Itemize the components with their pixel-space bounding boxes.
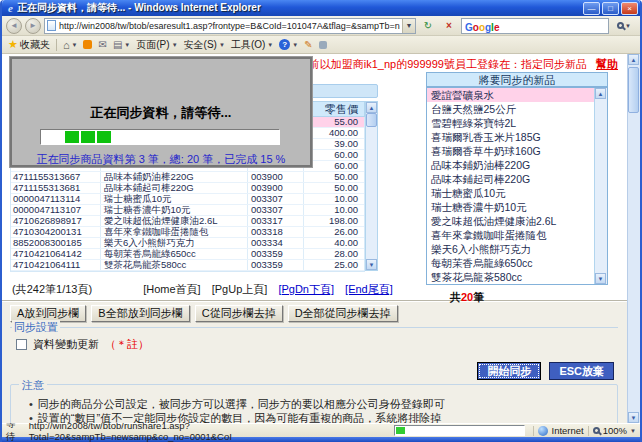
- sync-list-item[interactable]: 愛誼營礦泉水: [427, 88, 594, 102]
- scroll-down-icon[interactable]: ▼: [628, 412, 639, 423]
- sync-list-item[interactable]: 瑞士糖蜜瓜10元: [427, 186, 594, 200]
- sync-list-item[interactable]: 瑞士糖香濃牛奶10元: [427, 200, 594, 214]
- cell-price: 50.00: [304, 183, 362, 193]
- dialog-title: 正在同步資料，請等待...: [12, 104, 310, 122]
- security-menu[interactable]: 安全(S) ▼: [184, 38, 225, 52]
- table-row[interactable]: 8852008300185樂天6入小熊餅巧克力00333440.00: [11, 238, 364, 249]
- sync-list-item[interactable]: 雙茶花烏龍茶580cc: [427, 270, 594, 284]
- print-icon: ▤: [113, 39, 122, 50]
- notes-legend: 注意: [19, 378, 47, 393]
- refresh-button[interactable]: ↻: [419, 18, 437, 34]
- nav-pgup[interactable]: [PgUp上頁]: [212, 283, 268, 295]
- table-row[interactable]: 4710626898917愛之味超低油煙健康油2.6L003317198.00: [11, 216, 364, 227]
- print-button[interactable]: ▤ ▼: [113, 39, 130, 50]
- remove-all-from-sync-button[interactable]: D全部從同步欄去掉: [288, 305, 398, 322]
- cell-text: 003900: [248, 172, 304, 182]
- scroll-down-icon[interactable]: ▼: [366, 259, 377, 270]
- mail-button[interactable]: ✉: [98, 39, 106, 50]
- cell-text: 樂天6入小熊餅巧克力: [101, 238, 248, 248]
- scroll-up-icon[interactable]: ▲: [628, 54, 639, 65]
- table-row[interactable]: 4710421064111雙茶花烏龍茶580cc00335925.00: [11, 260, 364, 271]
- extension-button[interactable]: [319, 41, 327, 49]
- url-text: http://win2008/tw/btob/esaresult1.asp?fr…: [59, 21, 402, 31]
- maximize-button[interactable]: □: [602, 2, 619, 15]
- page-scrollbar[interactable]: ▲ ▼: [627, 54, 640, 423]
- sync-list-item[interactable]: 愛之味超低油煙健康油2.6L: [427, 214, 594, 228]
- data-update-checkbox[interactable]: [16, 339, 27, 350]
- help-link[interactable]: 幫助: [596, 58, 618, 70]
- edit-button[interactable]: ✎: [304, 39, 312, 50]
- page-content: 您目前以加盟商ik1_np的999999號員工登錄在：指定同步新品 幫助 零售價…: [2, 54, 640, 423]
- address-dropdown-icon[interactable]: ▼: [402, 19, 415, 33]
- forward-button[interactable]: ►: [25, 18, 41, 34]
- table-row[interactable]: 0000047113114瑞士糖蜜瓜10元00330710.00: [11, 194, 364, 205]
- chevron-down-icon: ▼: [267, 42, 273, 48]
- start-sync-button[interactable]: 開始同步: [477, 362, 541, 380]
- cell-price: 400.00: [304, 128, 362, 138]
- table-row[interactable]: 0000047113107瑞士糖香濃牛奶10元00330710.00: [11, 205, 364, 216]
- favorites-button[interactable]: ★ 收藏夹: [8, 38, 50, 52]
- sync-list-item[interactable]: 樂天6入小熊餅巧克力: [427, 242, 594, 256]
- nav-pgdn[interactable]: [PgDn下頁]: [278, 283, 334, 295]
- search-button[interactable]: ▼: [612, 18, 636, 34]
- cell-text: 愛之味超低油煙健康油2.6L: [101, 216, 248, 226]
- esc-cancel-button[interactable]: ESC放棄: [549, 362, 614, 380]
- table-row[interactable]: 4711155313667品味本鋪奶油棒220G00390050.00: [11, 172, 364, 183]
- cell-price: 55.00: [304, 117, 362, 127]
- page-menu[interactable]: 页面(P) ▼: [136, 38, 177, 52]
- tools-menu[interactable]: 工具(O) ▼: [231, 38, 273, 52]
- table-scrollbar[interactable]: ▲ ▼: [365, 101, 378, 271]
- sync-list-item[interactable]: 台鹽天然鹽25公斤: [427, 102, 594, 116]
- minimize-button[interactable]: —: [583, 2, 600, 15]
- close-button[interactable]: ×: [621, 2, 638, 15]
- sync-list-item[interactable]: 品味本鋪起司棒220G: [427, 172, 594, 186]
- command-bar: ★ 收藏夹 ⌂ ▼ ✉ ▤ ▼ 页面(P) ▼ 安全(S) ▼ 工具(O) ▼ …: [2, 36, 640, 54]
- page-summary: (共242筆1/13頁): [12, 283, 92, 295]
- price-column-header: 零售價: [304, 102, 362, 116]
- remove-from-sync-button[interactable]: C從同步欄去掉: [195, 305, 283, 322]
- sync-list-item[interactable]: 喜瑞爾香草牛奶球160G: [427, 144, 594, 158]
- add-all-to-sync-button[interactable]: B全部放到同步欄: [91, 305, 189, 322]
- google-logo: Google: [465, 17, 499, 35]
- home-button[interactable]: ⌂ ▼: [63, 39, 78, 51]
- search-dropdown-icon[interactable]: ▼: [625, 23, 631, 29]
- sync-list-item[interactable]: 每朝茉香烏龍綠650cc: [427, 256, 594, 270]
- pencil-icon: ✎: [304, 39, 312, 50]
- scroll-down-icon[interactable]: ▼: [595, 273, 606, 284]
- zoom-control[interactable]: 100% ▼: [593, 425, 636, 436]
- stop-button[interactable]: ×: [440, 18, 458, 34]
- nav-end[interactable]: [End尾頁]: [345, 283, 393, 295]
- sync-list-item[interactable]: 雪碧輕綠茶寶特2L: [427, 116, 594, 130]
- mail-icon: ✉: [98, 39, 106, 50]
- toolbar-separator: [56, 39, 57, 51]
- cell-text: 瑞士糖香濃牛奶10元: [101, 205, 248, 215]
- scroll-up-icon[interactable]: ▲: [595, 88, 606, 99]
- search-box[interactable]: Google: [461, 18, 609, 34]
- sync-progress-dialog: 正在同步資料，請等待... 正在同步商品資料第 3 筆，總: 20 筆，已完成 …: [10, 57, 312, 167]
- sync-list-item[interactable]: 喜年來拿鐵咖啡蛋捲隨包: [427, 228, 594, 242]
- cell-price: 50.00: [304, 172, 362, 182]
- page-scrollbar-thumb[interactable]: [628, 67, 639, 113]
- help-icon: ?: [279, 39, 290, 50]
- scroll-up-icon[interactable]: ▲: [366, 102, 377, 113]
- scrollbar-thumb[interactable]: [366, 113, 377, 127]
- table-row[interactable]: 4710421064142每朝茉香烏龍綠650cc00335928.00: [11, 249, 364, 260]
- sync-list-item[interactable]: 品味本鋪奶油棒220G: [427, 158, 594, 172]
- feeds-button[interactable]: [83, 40, 92, 49]
- address-field[interactable]: http://win2008/tw/btob/esaresult1.asp?fr…: [44, 18, 416, 34]
- cell-text: 0000047113107: [11, 205, 101, 215]
- sync-list-scrollbar[interactable]: ▲ ▼: [594, 88, 607, 284]
- table-row[interactable]: 4711155313681品味本鋪起司棒220G00390050.00: [11, 183, 364, 194]
- help-menu[interactable]: ? ▼: [279, 39, 298, 50]
- logo-letter: e: [494, 22, 500, 33]
- star-icon: ★: [8, 38, 18, 51]
- table-row[interactable]: 4710304200131喜年來拿鐵咖啡蛋捲隨包00331826.00: [11, 227, 364, 238]
- status-separator: [533, 426, 534, 436]
- nav-home[interactable]: [Home首頁]: [143, 283, 200, 295]
- note-item: 設置的“數目”值不一定能同步你設定的數目，因為可能有重複的商品，系統將排除掉: [29, 411, 617, 423]
- sync-list-item[interactable]: 喜瑞爾乳香玉米片185G: [427, 130, 594, 144]
- magnifier-icon: [617, 22, 624, 29]
- count-suffix: 筆: [473, 291, 484, 303]
- back-button[interactable]: ◄: [6, 18, 22, 34]
- cell-text: 品味本鋪奶油棒220G: [101, 172, 248, 182]
